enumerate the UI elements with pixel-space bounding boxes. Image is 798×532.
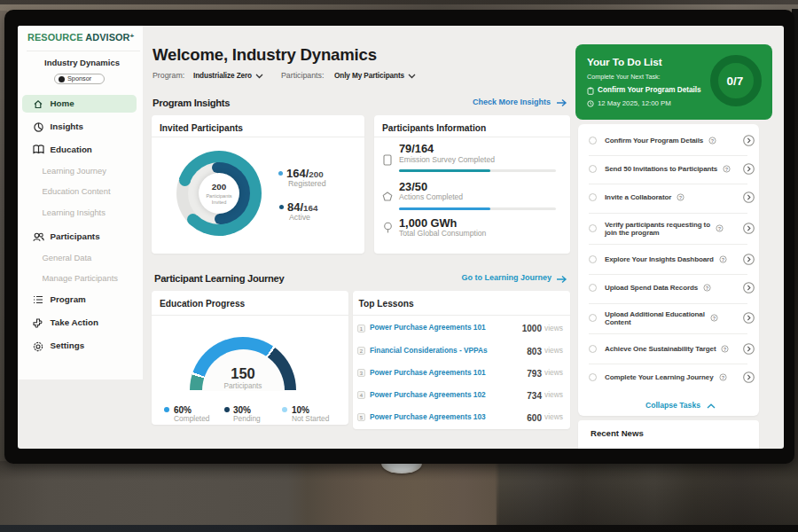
svg-text:?: ? — [706, 286, 709, 291]
svg-text:?: ? — [718, 226, 722, 231]
svg-text:?: ? — [713, 316, 716, 321]
svg-text:?: ? — [721, 375, 724, 380]
svg-text:?: ? — [679, 195, 683, 200]
svg-text:?: ? — [722, 257, 725, 262]
svg-text:?: ? — [725, 167, 729, 172]
svg-text:?: ? — [724, 347, 727, 352]
svg-text:?: ? — [711, 138, 715, 144]
